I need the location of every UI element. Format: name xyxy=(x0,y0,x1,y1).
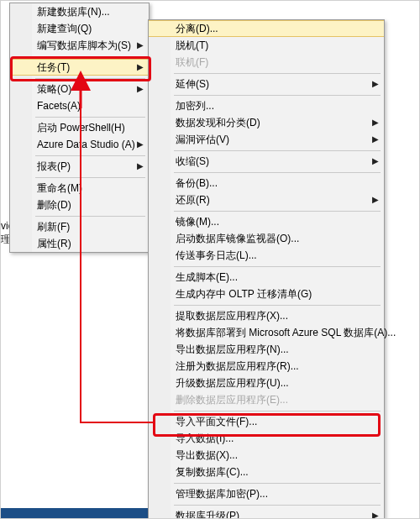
submenu-arrow-icon: ▶ xyxy=(137,136,144,153)
menu-item-delete[interactable]: 删除(D) xyxy=(10,197,149,213)
label: 升级数据层应用程序(U)... xyxy=(176,377,289,389)
label: 复制数据库(C)... xyxy=(176,466,249,478)
label: 分离(D)... xyxy=(176,23,218,34)
label: 管理数据库加密(P)... xyxy=(176,488,268,500)
label: 刷新(F) xyxy=(37,221,70,233)
submenu-arrow-icon: ▶ xyxy=(137,37,144,54)
menu-item-import-data[interactable]: 导入数据(I)... xyxy=(149,430,384,447)
label: 注册为数据层应用程序(R)... xyxy=(176,360,299,372)
menu-item-detach[interactable]: 分离(D)... xyxy=(149,20,384,37)
menu-item-tasks[interactable]: 任务(T)▶ xyxy=(10,59,149,76)
statusbar-fragment xyxy=(1,508,152,518)
menu-item-data-discovery[interactable]: 数据发现和分类(D)▶ xyxy=(149,114,384,131)
label: 导入数据(I)... xyxy=(176,432,234,444)
menu-item-mirror[interactable]: 镜像(M)... xyxy=(149,213,384,230)
menu-item-start-powershell[interactable]: 启动 PowerShell(H) xyxy=(10,119,149,136)
submenu-arrow-icon: ▶ xyxy=(372,114,379,131)
submenu-arrow-icon: ▶ xyxy=(372,507,379,519)
label: 导入平面文件(F)... xyxy=(176,416,257,427)
menu-item-new-query[interactable]: 新建查询(Q) xyxy=(10,20,149,37)
label: 生成脚本(E)... xyxy=(176,271,238,283)
menu-item-oltp-checklist[interactable]: 生成内存中 OLTP 迁移清单(G) xyxy=(149,286,384,302)
submenu-arrow-icon: ▶ xyxy=(372,131,379,148)
menu-item-database-upgrade[interactable]: 数据库升级(P)▶ xyxy=(149,507,384,519)
label: 重命名(M) xyxy=(37,182,82,194)
menu-item-vulnerability-assessment[interactable]: 漏洞评估(V)▶ xyxy=(149,131,384,148)
label: 还原(R) xyxy=(176,194,210,206)
label: 删除数据层应用程序(E)... xyxy=(176,394,288,406)
submenu-arrow-icon: ▶ xyxy=(137,158,144,175)
menu-item-manage-db-encryption[interactable]: 管理数据库加密(P)... xyxy=(149,485,384,502)
submenu-arrow-icon: ▶ xyxy=(137,60,144,75)
label: Azure Data Studio (A) xyxy=(37,139,135,150)
label: 数据发现和分类(D) xyxy=(176,117,260,128)
label: 收缩(S) xyxy=(176,155,209,167)
menu-item-restore[interactable]: 还原(R)▶ xyxy=(149,191,384,208)
submenu-arrow-icon: ▶ xyxy=(372,153,379,170)
label: 备份(B)... xyxy=(176,177,218,189)
label: 漏洞评估(V) xyxy=(176,134,229,145)
label: 新建查询(Q) xyxy=(37,23,92,34)
object-context-menu: 新建数据库(N)... 新建查询(Q) 编写数据库脚本为(S)▶ 任务(T)▶ … xyxy=(9,3,150,253)
menu-item-launch-mirror-monitor[interactable]: 启动数据库镜像监视器(O)... xyxy=(149,230,384,247)
label: 脱机(T) xyxy=(176,39,208,51)
tasks-submenu: 分离(D)... 脱机(T) 联机(F) 延伸(S)▶ 加密列... 数据发现和… xyxy=(148,19,385,519)
label: 镜像(M)... xyxy=(176,216,219,228)
menu-item-rename[interactable]: 重命名(M) xyxy=(10,180,149,197)
menu-item-reports[interactable]: 报表(P)▶ xyxy=(10,158,149,175)
menu-item-register-dac[interactable]: 注册为数据层应用程序(R)... xyxy=(149,358,384,375)
menu-item-stretch[interactable]: 延伸(S)▶ xyxy=(149,76,384,92)
menu-item-encrypt-columns[interactable]: 加密列... xyxy=(149,97,384,114)
label: 新建数据库(N)... xyxy=(37,6,110,18)
label: 加密列... xyxy=(176,100,214,112)
menu-item-new-database[interactable]: 新建数据库(N)... xyxy=(10,3,149,20)
menu-item-backup[interactable]: 备份(B)... xyxy=(149,175,384,191)
label: 启动数据库镜像监视器(O)... xyxy=(176,233,299,244)
submenu-arrow-icon: ▶ xyxy=(372,191,379,208)
menu-item-policies[interactable]: 策略(O)▶ xyxy=(10,81,149,97)
label: 将数据库部署到 Microsoft Azure SQL 数据库(A)... xyxy=(176,327,396,338)
menu-item-take-offline[interactable]: 脱机(T) xyxy=(149,37,384,54)
label: 删除(D) xyxy=(37,199,71,211)
menu-item-refresh[interactable]: 刷新(F) xyxy=(10,218,149,235)
label: 导出数据(X)... xyxy=(176,449,238,461)
label: 延伸(S) xyxy=(176,78,209,90)
menu-item-upgrade-dac[interactable]: 升级数据层应用程序(U)... xyxy=(149,375,384,391)
menu-item-bring-online: 联机(F) xyxy=(149,54,384,71)
menu-item-import-flat-file[interactable]: 导入平面文件(F)... xyxy=(149,413,384,430)
menu-item-generate-scripts[interactable]: 生成脚本(E)... xyxy=(149,269,384,286)
menu-item-export-data[interactable]: 导出数据(X)... xyxy=(149,447,384,464)
label: 数据库升级(P) xyxy=(176,510,239,519)
submenu-arrow-icon: ▶ xyxy=(372,76,379,92)
label: 生成内存中 OLTP 迁移清单(G) xyxy=(176,288,312,300)
menu-item-shrink[interactable]: 收缩(S)▶ xyxy=(149,153,384,170)
submenu-arrow-icon: ▶ xyxy=(137,81,144,97)
label: Facets(A) xyxy=(37,100,81,112)
label: 报表(P) xyxy=(37,160,71,172)
label: 编写数据库脚本为(S) xyxy=(37,39,131,51)
ssms-context-menu-screenshot: vices 目录 理 新建数据库(N)... 新建查询(Q) 编写数据库脚本为(… xyxy=(0,0,420,519)
label: 传送事务日志(L)... xyxy=(176,249,257,261)
menu-item-export-dac[interactable]: 导出数据层应用程序(N)... xyxy=(149,341,384,358)
label: 属性(R) xyxy=(37,238,71,249)
menu-item-deploy-to-azure[interactable]: 将数据库部署到 Microsoft Azure SQL 数据库(A)... xyxy=(149,324,384,341)
menu-item-script-database-as[interactable]: 编写数据库脚本为(S)▶ xyxy=(10,37,149,54)
menu-item-delete-dac: 删除数据层应用程序(E)... xyxy=(149,391,384,408)
menu-item-azure-data-studio[interactable]: Azure Data Studio (A)▶ xyxy=(10,136,149,153)
menu-item-ship-transaction-logs[interactable]: 传送事务日志(L)... xyxy=(149,247,384,264)
menu-item-extract-dac[interactable]: 提取数据层应用程序(X)... xyxy=(149,307,384,324)
label: 任务(T) xyxy=(37,61,70,73)
label: 策略(O) xyxy=(37,83,71,95)
label: 导出数据层应用程序(N)... xyxy=(176,343,289,355)
menu-item-facets[interactable]: Facets(A) xyxy=(10,97,149,114)
label: 提取数据层应用程序(X)... xyxy=(176,310,288,322)
label: 启动 PowerShell(H) xyxy=(37,122,125,134)
menu-item-properties[interactable]: 属性(R) xyxy=(10,235,149,252)
menu-item-copy-database[interactable]: 复制数据库(C)... xyxy=(149,464,384,480)
label: 联机(F) xyxy=(176,56,208,68)
